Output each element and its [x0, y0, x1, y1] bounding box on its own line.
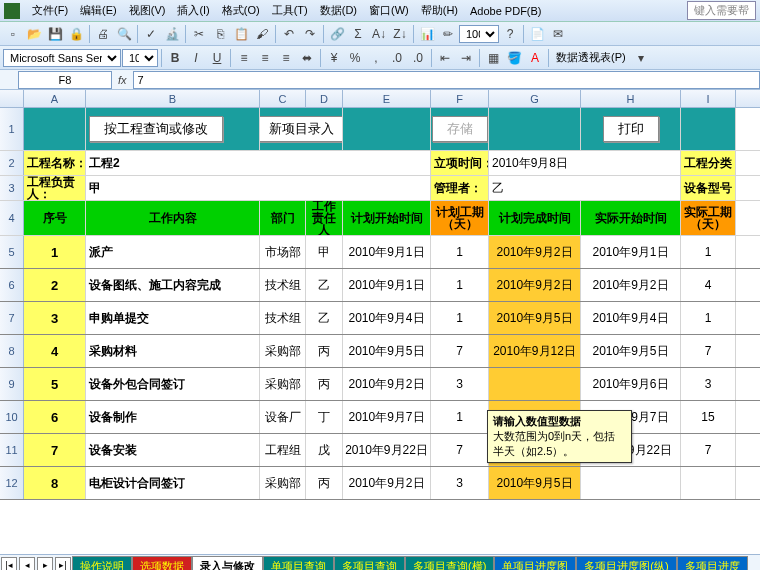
- cell-plan-start[interactable]: 2010年9月4日: [343, 302, 431, 334]
- fx-icon[interactable]: fx: [118, 74, 127, 86]
- row-header[interactable]: 3: [0, 176, 24, 200]
- cell-seq[interactable]: 1: [24, 236, 86, 268]
- help-icon[interactable]: ?: [500, 24, 520, 44]
- preview-icon[interactable]: 🔍: [114, 24, 134, 44]
- pdf-mail-icon[interactable]: ✉: [548, 24, 568, 44]
- cell-dept[interactable]: 采购部: [260, 467, 306, 499]
- underline-icon[interactable]: U: [207, 48, 227, 68]
- cell-content[interactable]: 设备图纸、施工内容完成: [86, 269, 260, 301]
- cell-actual-start[interactable]: 2010年9月2日: [581, 269, 681, 301]
- help-search-input[interactable]: 键入需要帮: [687, 1, 756, 20]
- row-header[interactable]: 7: [0, 302, 24, 334]
- cell-dept[interactable]: 技术组: [260, 269, 306, 301]
- save-icon[interactable]: 💾: [45, 24, 65, 44]
- cell-content[interactable]: 采购材料: [86, 335, 260, 367]
- merge-icon[interactable]: ⬌: [297, 48, 317, 68]
- cell-plan-days[interactable]: 3: [431, 368, 489, 400]
- cell-seq[interactable]: 5: [24, 368, 86, 400]
- cell-dept[interactable]: 采购部: [260, 368, 306, 400]
- cell-plan-days[interactable]: 3: [431, 467, 489, 499]
- menu-view[interactable]: 视图(V): [123, 1, 172, 20]
- formula-input[interactable]: 7: [133, 71, 760, 89]
- tab-nav-next-icon[interactable]: ▸: [37, 557, 53, 571]
- cell-actual-days[interactable]: 1: [681, 236, 736, 268]
- currency-icon[interactable]: ¥: [324, 48, 344, 68]
- cell-dept[interactable]: 设备厂: [260, 401, 306, 433]
- cell-actual-start[interactable]: 2010年9月6日: [581, 368, 681, 400]
- cell-content[interactable]: 设备安装: [86, 434, 260, 466]
- cell-resp[interactable]: 戊: [306, 434, 343, 466]
- col-header[interactable]: G: [489, 90, 581, 107]
- new-entry-button[interactable]: 新项目录入: [260, 116, 343, 142]
- cell-dept[interactable]: 技术组: [260, 302, 306, 334]
- autosum-icon[interactable]: Σ: [348, 24, 368, 44]
- bold-icon[interactable]: B: [165, 48, 185, 68]
- cell-seq[interactable]: 4: [24, 335, 86, 367]
- pdf-icon[interactable]: 📄: [527, 24, 547, 44]
- cell-actual-days[interactable]: 7: [681, 335, 736, 367]
- col-header[interactable]: E: [343, 90, 431, 107]
- sheet-tab[interactable]: 单项目进度图: [494, 556, 576, 571]
- cell-resp[interactable]: 丙: [306, 467, 343, 499]
- row-header[interactable]: 10: [0, 401, 24, 433]
- undo-icon[interactable]: ↶: [279, 24, 299, 44]
- menu-help[interactable]: 帮助(H): [415, 1, 464, 20]
- col-header[interactable]: H: [581, 90, 681, 107]
- cell-dept[interactable]: 市场部: [260, 236, 306, 268]
- row-header[interactable]: 9: [0, 368, 24, 400]
- cell-actual-days[interactable]: 1: [681, 302, 736, 334]
- select-all-corner[interactable]: [0, 90, 24, 107]
- font-color-icon[interactable]: A: [525, 48, 545, 68]
- percent-icon[interactable]: %: [345, 48, 365, 68]
- cell-plan-days[interactable]: 1: [431, 269, 489, 301]
- save-button[interactable]: 存储: [432, 116, 488, 142]
- cell-plan-end[interactable]: 2010年9月12日: [489, 335, 581, 367]
- cell-seq[interactable]: 3: [24, 302, 86, 334]
- align-center-icon[interactable]: ≡: [255, 48, 275, 68]
- menu-tools[interactable]: 工具(T): [266, 1, 314, 20]
- cell-plan-start[interactable]: 2010年9月22日: [343, 434, 431, 466]
- cell-actual-days[interactable]: 3: [681, 368, 736, 400]
- cell-plan-days[interactable]: 7: [431, 335, 489, 367]
- cell-plan-start[interactable]: 2010年9月2日: [343, 368, 431, 400]
- sheet-tab-active[interactable]: 录入与修改: [192, 556, 263, 571]
- cell-dept[interactable]: 采购部: [260, 335, 306, 367]
- open-icon[interactable]: 📂: [24, 24, 44, 44]
- cell-plan-end[interactable]: [489, 368, 581, 400]
- row-header[interactable]: 11: [0, 434, 24, 466]
- menu-format[interactable]: 格式(O): [216, 1, 266, 20]
- query-button[interactable]: 按工程查询或修改: [89, 116, 223, 142]
- permission-icon[interactable]: 🔒: [66, 24, 86, 44]
- dec-decimal-icon[interactable]: .0: [408, 48, 428, 68]
- name-box[interactable]: F8: [18, 71, 112, 89]
- cell-actual-start[interactable]: [581, 467, 681, 499]
- fill-color-icon[interactable]: 🪣: [504, 48, 524, 68]
- sheet-tab[interactable]: 多项目查询: [334, 556, 405, 571]
- cell-actual-start[interactable]: 2010年9月1日: [581, 236, 681, 268]
- cell-seq[interactable]: 6: [24, 401, 86, 433]
- cell-content[interactable]: 电柜设计合同签订: [86, 467, 260, 499]
- row-header[interactable]: 2: [0, 151, 24, 175]
- menu-insert[interactable]: 插入(I): [171, 1, 215, 20]
- tab-nav-last-icon[interactable]: ▸|: [55, 557, 71, 571]
- cell-resp[interactable]: 丁: [306, 401, 343, 433]
- col-header[interactable]: A: [24, 90, 86, 107]
- tab-nav-first-icon[interactable]: |◂: [1, 557, 17, 571]
- align-right-icon[interactable]: ≡: [276, 48, 296, 68]
- cell-seq[interactable]: 7: [24, 434, 86, 466]
- cell-seq[interactable]: 2: [24, 269, 86, 301]
- dec-indent-icon[interactable]: ⇤: [435, 48, 455, 68]
- cell-plan-start[interactable]: 2010年9月1日: [343, 269, 431, 301]
- sheet-tab[interactable]: 操作说明: [72, 556, 132, 571]
- spell-icon[interactable]: ✓: [141, 24, 161, 44]
- sheet-tab[interactable]: 单项目查询: [263, 556, 334, 571]
- value-manager[interactable]: 乙: [489, 176, 681, 200]
- row-header[interactable]: 1: [0, 108, 24, 150]
- sheet-tab[interactable]: 多项目进度: [677, 556, 748, 571]
- borders-icon[interactable]: ▦: [483, 48, 503, 68]
- font-name-select[interactable]: Microsoft Sans Serif: [3, 49, 121, 67]
- menu-window[interactable]: 窗口(W): [363, 1, 415, 20]
- sort-asc-icon[interactable]: A↓: [369, 24, 389, 44]
- cell-plan-start[interactable]: 2010年9月2日: [343, 467, 431, 499]
- paste-icon[interactable]: 📋: [231, 24, 251, 44]
